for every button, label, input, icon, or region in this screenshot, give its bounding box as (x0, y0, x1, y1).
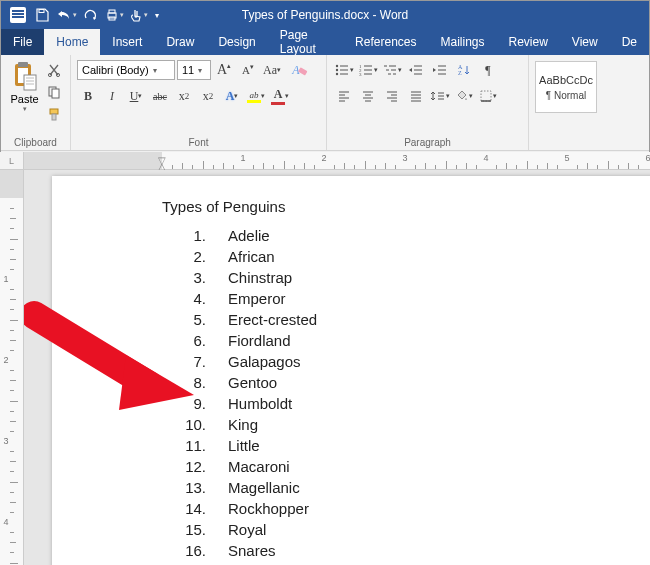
list-item-text: Humboldt (228, 395, 292, 412)
sort-icon[interactable]: AZ (453, 59, 475, 81)
svg-text:Z: Z (458, 70, 462, 76)
svg-rect-0 (39, 10, 44, 13)
list-item-number: 14. (162, 500, 206, 517)
document-viewport[interactable]: Types of Penguins 1.Adelie2.African3.Chi… (24, 170, 650, 565)
touch-mode-icon[interactable]: ▾ (127, 4, 149, 26)
tab-draw[interactable]: Draw (154, 29, 206, 55)
undo-icon[interactable]: ▾ (55, 4, 77, 26)
copy-icon[interactable] (44, 83, 64, 101)
underline-button[interactable]: U▾ (125, 85, 147, 107)
font-size-combo[interactable]: 11▾ (177, 60, 211, 80)
list-item[interactable]: 7.Galapagos (162, 351, 650, 372)
list-item[interactable]: 11.Little (162, 435, 650, 456)
style-normal[interactable]: AaBbCcDc ¶ Normal (535, 61, 597, 113)
list-item-number: 11. (162, 437, 206, 454)
list-item[interactable]: 17.Yellow-eyed (162, 561, 650, 565)
list-item[interactable]: 13.Magellanic (162, 477, 650, 498)
text-effects-icon[interactable]: A▾ (221, 85, 243, 107)
font-name-value: Calibri (Body) (82, 64, 149, 76)
align-right-icon[interactable] (381, 85, 403, 107)
numbered-list[interactable]: 1.Adelie2.African3.Chinstrap4.Emperor5.E… (162, 225, 650, 565)
show-hide-marks-icon[interactable]: ¶ (477, 59, 499, 81)
list-item[interactable]: 10.King (162, 414, 650, 435)
format-painter-icon[interactable] (44, 105, 64, 123)
clear-formatting-icon[interactable]: A (285, 59, 307, 81)
tab-review[interactable]: Review (497, 29, 560, 55)
font-color-icon[interactable]: A▾ (269, 85, 291, 107)
grow-font-icon[interactable]: A▴ (213, 59, 235, 81)
tab-more[interactable]: De (610, 29, 649, 55)
ruler-corner[interactable]: L (0, 152, 24, 170)
highlight-color-icon[interactable]: ab▾ (245, 85, 267, 107)
font-color-bar (271, 102, 285, 105)
list-item[interactable]: 3.Chinstrap (162, 267, 650, 288)
superscript-button[interactable]: x2 (197, 85, 219, 107)
align-center-icon[interactable] (357, 85, 379, 107)
horizontal-ruler[interactable]: 123456▽△ (24, 152, 650, 170)
italic-button[interactable]: I (101, 85, 123, 107)
list-item[interactable]: 2.African (162, 246, 650, 267)
list-item-number: 6. (162, 332, 206, 349)
bullets-icon[interactable]: ▾ (333, 59, 355, 81)
group-paragraph: ▾ 123▾ ▾ AZ ¶ ▾ ▾ ▾ Paragraph (327, 55, 529, 150)
list-item-text: Gentoo (228, 374, 277, 391)
redo-icon[interactable] (79, 4, 101, 26)
align-left-icon[interactable] (333, 85, 355, 107)
tab-page-layout[interactable]: Page Layout (268, 29, 343, 55)
justify-icon[interactable] (405, 85, 427, 107)
quickprint-icon[interactable]: ▾ (103, 4, 125, 26)
group-paragraph-label: Paragraph (333, 135, 522, 148)
svg-point-17 (336, 73, 338, 75)
borders-icon[interactable]: ▾ (477, 85, 499, 107)
svg-rect-14 (298, 67, 307, 75)
list-item[interactable]: 14.Rockhopper (162, 498, 650, 519)
group-font: Calibri (Body)▾ 11▾ A▴ A▾ Aa▾ A B I U▾ a… (71, 55, 327, 150)
vertical-ruler[interactable]: 123456 (0, 170, 24, 565)
shading-icon[interactable]: ▾ (453, 85, 475, 107)
list-item-text: Galapagos (228, 353, 301, 370)
tab-insert[interactable]: Insert (100, 29, 154, 55)
list-item[interactable]: 6.Fiordland (162, 330, 650, 351)
tab-view[interactable]: View (560, 29, 610, 55)
multilevel-list-icon[interactable]: ▾ (381, 59, 403, 81)
list-item[interactable]: 8.Gentoo (162, 372, 650, 393)
save-icon[interactable] (31, 4, 53, 26)
increase-indent-icon[interactable] (429, 59, 451, 81)
page: Types of Penguins 1.Adelie2.African3.Chi… (52, 176, 650, 565)
decrease-indent-icon[interactable] (405, 59, 427, 81)
tab-file[interactable]: File (1, 29, 44, 55)
qat-customize-icon[interactable]: ▾ (151, 4, 163, 26)
document-title[interactable]: Types of Penguins (162, 198, 650, 215)
font-name-combo[interactable]: Calibri (Body)▾ (77, 60, 175, 80)
bold-button[interactable]: B (77, 85, 99, 107)
list-item-number: 8. (162, 374, 206, 391)
list-item[interactable]: 5.Erect-crested (162, 309, 650, 330)
paste-button[interactable]: Paste ▾ (7, 59, 42, 123)
list-item[interactable]: 4.Emperor (162, 288, 650, 309)
document-area: L 123456▽△ 123456 Types of Penguins 1.Ad… (0, 152, 650, 565)
group-styles: AaBbCcDc ¶ Normal (529, 55, 649, 150)
list-item-number: 12. (162, 458, 206, 475)
change-case-icon[interactable]: Aa▾ (261, 59, 283, 81)
cut-icon[interactable] (44, 61, 64, 79)
subscript-button[interactable]: x2 (173, 85, 195, 107)
list-item-text: African (228, 248, 275, 265)
svg-text:3: 3 (359, 72, 362, 77)
numbering-icon[interactable]: 123▾ (357, 59, 379, 81)
list-item[interactable]: 9.Humboldt (162, 393, 650, 414)
paste-label: Paste (10, 93, 38, 105)
shrink-font-icon[interactable]: A▾ (237, 59, 259, 81)
list-item[interactable]: 16.Snares (162, 540, 650, 561)
tab-mailings[interactable]: Mailings (428, 29, 496, 55)
list-item[interactable]: 12.Macaroni (162, 456, 650, 477)
list-item-number: 1. (162, 227, 206, 244)
tab-references[interactable]: References (343, 29, 428, 55)
strikethrough-button[interactable]: abc (149, 85, 171, 107)
list-item[interactable]: 1.Adelie (162, 225, 650, 246)
list-item-text: Little (228, 437, 260, 454)
tab-design[interactable]: Design (206, 29, 267, 55)
line-spacing-icon[interactable]: ▾ (429, 85, 451, 107)
app-icon[interactable] (7, 4, 29, 26)
tab-home[interactable]: Home (44, 29, 100, 55)
list-item[interactable]: 15.Royal (162, 519, 650, 540)
